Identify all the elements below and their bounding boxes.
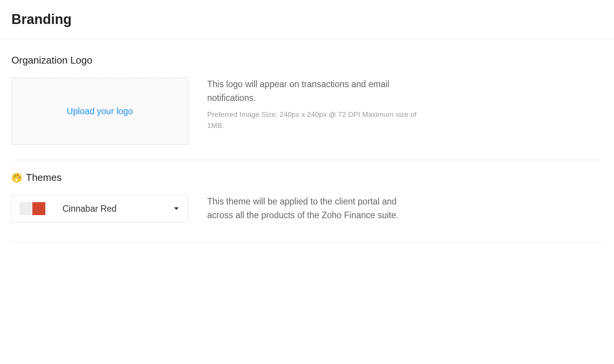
svg-point-1	[14, 175, 16, 177]
chevron-down-icon	[174, 208, 179, 210]
themes-title-row: Themes	[11, 172, 603, 184]
palette-icon	[11, 172, 22, 183]
logo-description: This logo will appear on transactions an…	[207, 78, 421, 105]
organization-logo-section: Organization Logo Upload your logo This …	[11, 51, 603, 160]
svg-point-3	[19, 176, 20, 178]
theme-description: This theme will be applied to the client…	[207, 195, 421, 222]
theme-swatch-light	[19, 202, 32, 215]
page-title: Branding	[11, 11, 603, 27]
upload-logo-link[interactable]: Upload your logo	[67, 106, 133, 117]
theme-swatch-accent	[32, 202, 45, 215]
svg-point-0	[12, 173, 22, 183]
organization-logo-title: Organization Logo	[11, 54, 603, 66]
theme-dropdown[interactable]: Cinnabar Red	[11, 195, 188, 222]
page-header: Branding	[0, 0, 614, 39]
themes-section-body: Cinnabar Red This theme will be applied …	[11, 195, 603, 227]
svg-point-2	[17, 174, 18, 176]
logo-size-hint: Preferred Image Size: 240px x 240px @ 72…	[207, 109, 421, 131]
themes-section: Themes Cinnabar Red This theme will be a…	[11, 160, 603, 242]
themes-title: Themes	[26, 172, 62, 184]
logo-description-column: This logo will appear on transactions an…	[207, 78, 421, 131]
content-area: Organization Logo Upload your logo This …	[0, 39, 614, 242]
theme-swatch-pair	[19, 202, 45, 215]
theme-description-column: This theme will be applied to the client…	[207, 195, 421, 227]
logo-section-body: Upload your logo This logo will appear o…	[11, 78, 603, 145]
selected-theme-label: Cinnabar Red	[62, 204, 117, 214]
logo-upload-dropzone[interactable]: Upload your logo	[11, 78, 188, 145]
